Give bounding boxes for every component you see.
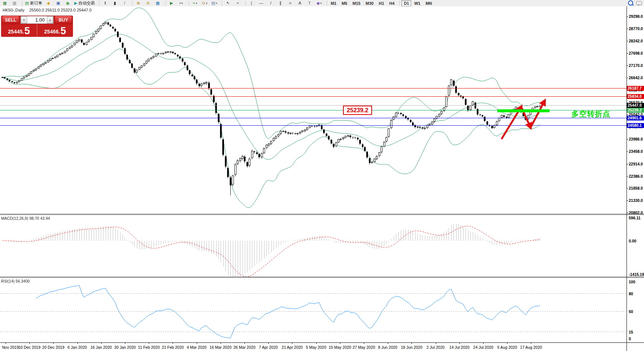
text-label-icon: T: [308, 1, 311, 5]
terminal-icon[interactable]: ▣: [54, 0, 63, 6]
volume-input[interactable]: 1.00: [27, 17, 47, 23]
crosshair-icon[interactable]: +: [233, 0, 242, 6]
candlestick-chart-icon[interactable]: ▮: [110, 0, 119, 6]
trendline-icon: /: [270, 1, 271, 5]
tile-windows-icon[interactable]: ▦: [153, 0, 162, 6]
timeframe-h4[interactable]: H4: [387, 0, 397, 6]
symbol-name: HK50-,Daily: [3, 8, 25, 12]
date-tick-mark: [459, 342, 460, 344]
text-label-icon[interactable]: T: [305, 0, 314, 6]
bar-chart-icon[interactable]: ‖: [101, 0, 110, 6]
eraser-icon[interactable]: ◆: [44, 0, 53, 6]
bar-chart-icon: ‖: [105, 1, 106, 5]
sell-price[interactable]: 25445. 5: [1, 24, 37, 37]
sell-button[interactable]: SELL: [2, 16, 19, 24]
date-label: 30 Jan 2020: [114, 345, 136, 350]
macd-axis-label: 0.00: [629, 239, 636, 243]
ohlc-values: 25560.0 25611.0 25323.0 25447.0: [29, 8, 92, 12]
chart-area[interactable]: HK50-,Daily 25560.0 25611.0 25323.0 2544…: [0, 6, 644, 351]
fibonacci-icon[interactable]: ≡: [286, 0, 295, 6]
date-tick-mark: [125, 342, 125, 344]
chart-preview-icon[interactable]: ▥: [10, 0, 19, 6]
buy-price[interactable]: 25466. 5: [37, 24, 73, 37]
rsi-pane-canvas[interactable]: [0, 278, 627, 342]
fibonacci-icon: ≡: [289, 1, 291, 5]
price-marker-24580.1: 24580.1: [627, 123, 644, 128]
trendline-icon[interactable]: /: [266, 0, 275, 6]
price-tick-label: 27698.0: [629, 51, 643, 55]
chat-icon[interactable]: [636, 1, 642, 5]
volume-stepper[interactable]: ▼ 1.00 ▲: [20, 16, 54, 24]
price-tick-mark: [627, 115, 628, 115]
timeframe-w1[interactable]: W1: [412, 0, 423, 6]
auto-scroll-icon: ▶: [170, 1, 173, 5]
autotrading-icon: ▶: [74, 1, 77, 5]
new-chart-icon[interactable]: ▦: [0, 0, 9, 6]
price-tick-mark: [627, 200, 628, 201]
auto-scroll-icon[interactable]: ▶: [167, 0, 176, 6]
toolbar-separator: [163, 1, 166, 6]
new-order-label: 新订单: [30, 0, 42, 6]
periods-dropdown-arrow[interactable]: ▾: [206, 2, 208, 5]
templates-icon[interactable]: ▤▾: [210, 0, 219, 6]
zoom-out-icon: ⊖: [146, 1, 150, 5]
pivot-annotation-text: 多空转折点: [571, 109, 611, 119]
price-tick-label: 23986.0: [629, 137, 643, 141]
equidistant-channel-icon[interactable]: ∥: [276, 0, 285, 6]
zoom-out-icon[interactable]: ⊖: [144, 0, 153, 6]
rsi-pane-separator[interactable]: [0, 277, 644, 278]
date-label: 2 Jul 2020: [426, 345, 444, 350]
new-chart-icon: ▦: [3, 1, 7, 5]
toolbar-separator: [243, 1, 246, 6]
timeframe-d1[interactable]: D1: [401, 0, 411, 6]
date-label: 4 Mar 2020: [187, 345, 206, 350]
rsi-axis-label: 80: [629, 292, 633, 296]
price-marker-26187.7: 26187.7: [627, 86, 644, 91]
timeframe-m1[interactable]: M1: [329, 0, 339, 6]
price-tick-label: 28770.0: [629, 26, 643, 31]
new-order-button[interactable]: ▤新订单: [24, 0, 43, 6]
indicators-icon: +: [193, 1, 195, 5]
search-icon[interactable]: [628, 0, 633, 6]
date-tick-mark: [340, 342, 340, 344]
periods-icon[interactable]: ⊙▾: [200, 0, 209, 6]
text-icon[interactable]: A: [295, 0, 304, 6]
templates-dropdown-arrow[interactable]: ▾: [216, 2, 217, 5]
date-label: 15 May 2020: [329, 345, 351, 350]
mt4-window: ▦▥▤新订单◆▣◉▶自动交易‖▮/⊕⊖▦▶↦+▾⊙▾▤▾↖+|—/∥≡AT◆▾M…: [0, 0, 644, 351]
date-label: Nov 2019: [2, 345, 19, 350]
line-chart-icon[interactable]: /: [120, 0, 129, 6]
price-tick-mark: [627, 151, 628, 152]
arrows-icon[interactable]: ◆▾: [315, 0, 324, 6]
date-tick-mark: [244, 342, 245, 344]
date-tick-mark: [173, 342, 173, 344]
cursor-icon[interactable]: ↖: [224, 0, 233, 6]
buy-button[interactable]: BUY: [55, 16, 72, 24]
price-tick-mark: [627, 16, 628, 17]
vertical-line-icon[interactable]: |: [247, 0, 256, 6]
volume-up-button[interactable]: ▲: [47, 16, 53, 23]
chart-shift-icon[interactable]: ↦: [177, 0, 186, 6]
timeframe-m5[interactable]: M5: [339, 0, 349, 6]
macd-pane-separator[interactable]: [0, 214, 644, 215]
date-label: 10 Dec 2019: [18, 345, 41, 350]
horizontal-line-icon[interactable]: —: [257, 0, 266, 6]
signals-icon[interactable]: ◉: [63, 0, 72, 6]
timeframe-m15[interactable]: M15: [350, 0, 362, 6]
price-tick-label: 29298.0: [629, 14, 643, 19]
indicators-dropdown-arrow[interactable]: ▾: [196, 2, 197, 5]
timeframe-mn[interactable]: MN: [423, 0, 434, 6]
timeframe-h1[interactable]: H1: [377, 0, 386, 6]
crosshair-icon: +: [237, 1, 239, 5]
arrows-dropdown-arrow[interactable]: ▾: [320, 2, 322, 5]
macd-pane-canvas[interactable]: [0, 215, 627, 277]
rsi-axis-label: 0: [629, 336, 631, 341]
date-tick-mark: [221, 342, 221, 344]
main-chart-canvas[interactable]: [0, 6, 627, 214]
autotrading-button[interactable]: ▶自动交易: [73, 0, 96, 6]
date-tick-mark: [388, 342, 388, 344]
zoom-in-icon[interactable]: ⊕: [134, 0, 143, 6]
indicators-icon[interactable]: +▾: [190, 0, 199, 6]
timeframe-m30[interactable]: M30: [363, 0, 376, 6]
volume-down-button[interactable]: ▼: [21, 16, 27, 23]
